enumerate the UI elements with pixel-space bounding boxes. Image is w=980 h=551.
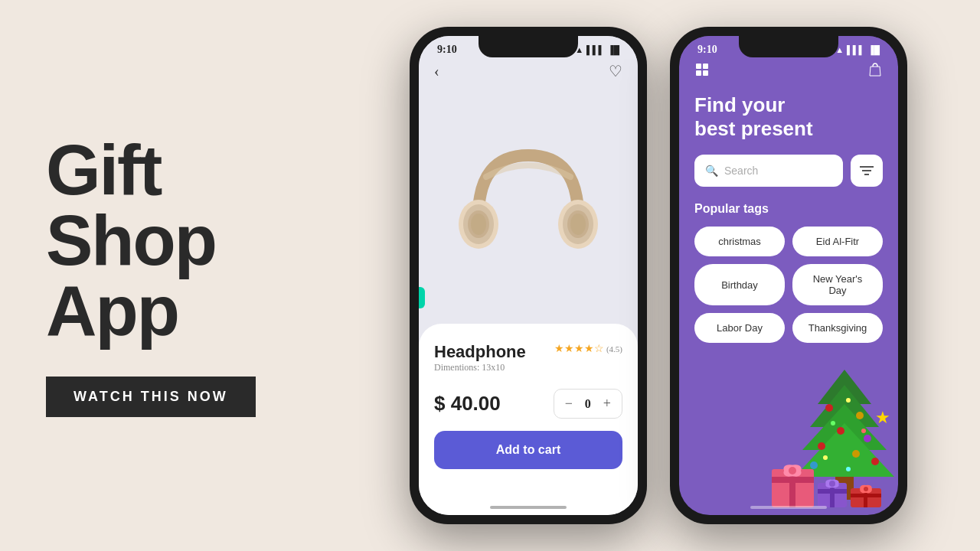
quantity-decrease-button[interactable]: −: [565, 396, 573, 412]
tags-grid: christmas Eid Al-Fitr Birthday New Year'…: [694, 227, 883, 343]
product-bottom: $ 40.00 − 0 +: [434, 389, 622, 419]
title-line1: Gift: [46, 131, 161, 209]
phone2-time: 9:10: [697, 44, 717, 56]
phone1-status-icons: ▲ ▌▌▌ ▐█: [575, 45, 619, 54]
svg-rect-8: [696, 64, 701, 69]
product-image-area: [419, 86, 638, 324]
svg-rect-9: [703, 64, 708, 69]
quantity-increase-button[interactable]: +: [603, 396, 611, 412]
add-to-cart-button[interactable]: Add to cart: [434, 431, 622, 469]
phone2-content: Find your best present 🔍 Search: [679, 87, 898, 515]
phone2-status-icons: ▲ ▌▌▌ ▐█: [835, 45, 880, 54]
product-header: Headphone Dimentions: 13x10 ★★★★☆ (4.5): [434, 342, 622, 386]
signal-icon-2: ▌▌▌: [847, 45, 864, 54]
battery-icon: ▐█: [607, 45, 619, 54]
signal-icon: ▌▌▌: [586, 45, 604, 54]
svg-point-50: [864, 487, 868, 491]
phone2: 9:10 ▲ ▌▌▌ ▐█: [670, 27, 907, 524]
shopping-bag-icon[interactable]: [867, 62, 883, 81]
svg-point-7: [570, 214, 586, 235]
svg-point-21: [856, 412, 864, 419]
phone1-notch: [479, 36, 578, 57]
phone2-inner: 9:10 ▲ ▌▌▌ ▐█: [679, 36, 898, 515]
tag-thanksgiving[interactable]: Thanksgiving: [792, 313, 883, 343]
tag-christmas[interactable]: christmas: [694, 227, 785, 256]
svg-rect-10: [696, 70, 701, 76]
phone1-topbar: ‹ ♡: [419, 59, 638, 86]
svg-point-29: [831, 421, 835, 425]
quantity-control: − 0 +: [554, 389, 622, 419]
filter-icon: [860, 165, 874, 176]
svg-point-44: [829, 481, 835, 487]
popular-tags-title: Popular tags: [694, 202, 883, 216]
teal-accent: [419, 287, 425, 308]
tag-eid-al-fitr[interactable]: Eid Al-Fitr: [792, 227, 883, 256]
svg-point-38: [789, 467, 796, 474]
svg-point-20: [825, 404, 833, 412]
svg-point-28: [846, 398, 851, 403]
headphone-image: [456, 140, 601, 270]
filter-button[interactable]: [851, 155, 883, 187]
product-dimensions: Dimentions: 13x10: [434, 362, 526, 373]
phone1-time: 9:10: [437, 44, 457, 56]
phone2-screen: 9:10 ▲ ▌▌▌ ▐█: [679, 36, 898, 515]
phones-container: 9:10 ▲ ▌▌▌ ▐█ ‹ ♡: [337, 0, 980, 551]
product-name: Headphone: [434, 342, 526, 362]
product-name-block: Headphone Dimentions: 13x10: [434, 342, 526, 386]
headline-line2: best present: [694, 117, 813, 140]
left-section: Gift Shop App WATCH THIS NOW: [0, 0, 352, 551]
find-title: Find your best present: [694, 93, 883, 141]
search-box[interactable]: 🔍 Search: [694, 155, 843, 187]
bag-svg: [867, 62, 883, 77]
quantity-value: 0: [582, 397, 594, 411]
phone1-home-indicator: [490, 506, 567, 509]
product-info: Headphone Dimentions: 13x10 ★★★★☆ (4.5) …: [419, 324, 638, 515]
title-line2: Shop: [46, 201, 216, 279]
phone2-topbar: [679, 59, 898, 87]
svg-rect-11: [703, 70, 708, 76]
tag-labor-day[interactable]: Labor Day: [694, 313, 785, 343]
search-icon: 🔍: [705, 165, 718, 178]
back-button[interactable]: ‹: [434, 63, 439, 80]
tag-new-years-day[interactable]: New Year's Day: [792, 264, 883, 305]
christmas-decoration: ★: [768, 347, 898, 515]
headline-line1: Find your: [694, 93, 785, 116]
svg-point-30: [861, 429, 866, 433]
title-line3: App: [46, 272, 178, 350]
search-row: 🔍 Search: [694, 155, 883, 187]
product-price: $ 40.00: [434, 392, 501, 416]
phone2-notch: [739, 36, 838, 57]
battery-icon-2: ▐█: [867, 45, 880, 54]
search-placeholder-text: Search: [724, 165, 758, 177]
product-rating: ★★★★☆ (4.5): [554, 342, 622, 355]
phone2-home-indicator: [750, 506, 827, 509]
grid-icon[interactable]: [694, 62, 710, 81]
rating-count: (4.5): [606, 344, 622, 354]
grid-svg: [694, 62, 710, 77]
svg-point-23: [864, 435, 871, 442]
favorite-button[interactable]: ♡: [609, 62, 622, 80]
app-title: Gift Shop App: [46, 135, 216, 346]
cta-button[interactable]: WATCH THIS NOW: [46, 377, 256, 417]
svg-point-22: [837, 427, 844, 435]
star-icons: ★★★★☆: [554, 342, 604, 355]
phone1-inner: 9:10 ▲ ▌▌▌ ▐█ ‹ ♡: [419, 36, 638, 515]
svg-point-6: [471, 214, 486, 235]
phone1-screen: 9:10 ▲ ▌▌▌ ▐█ ‹ ♡: [419, 36, 638, 515]
tag-birthday[interactable]: Birthday: [694, 264, 785, 305]
phone1: 9:10 ▲ ▌▌▌ ▐█ ‹ ♡: [410, 27, 647, 524]
svg-point-24: [818, 442, 825, 450]
